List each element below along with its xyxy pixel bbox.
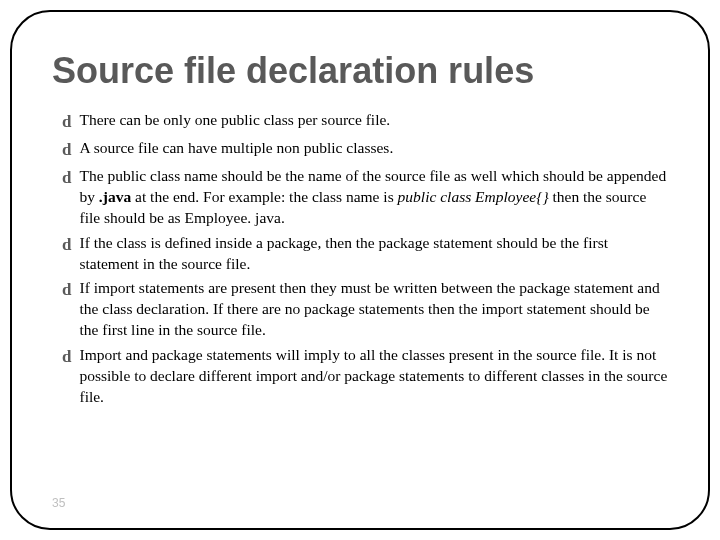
bullet-icon: d [62,346,71,369]
bullet-icon: d [62,167,71,190]
slide-frame: Source file declaration rules dThere can… [10,10,710,530]
bullet-text: There can be only one public class per s… [79,110,668,131]
bullet-item: dImport and package statements will impl… [62,345,668,408]
bullet-item: dIf the class is defined inside a packag… [62,233,668,275]
bullet-text: A source file can have multiple non publ… [79,138,668,159]
bullet-item: dThere can be only one public class per … [62,110,668,134]
slide-title: Source file declaration rules [52,50,668,92]
bullet-item: dThe public class name should be the nam… [62,166,668,229]
bullet-text: Import and package statements will imply… [79,345,668,408]
bullet-text: If the class is defined inside a package… [79,233,668,275]
bullet-text: The public class name should be the name… [79,166,668,229]
bullet-text: If import statements are present then th… [79,278,668,341]
bullet-icon: d [62,111,71,134]
bullet-item: dIf import statements are present then t… [62,278,668,341]
bullet-icon: d [62,234,71,257]
page-number: 35 [52,496,65,510]
bullet-item: dA source file can have multiple non pub… [62,138,668,162]
bullet-icon: d [62,139,71,162]
bullet-list: dThere can be only one public class per … [52,110,668,408]
bullet-icon: d [62,279,71,302]
